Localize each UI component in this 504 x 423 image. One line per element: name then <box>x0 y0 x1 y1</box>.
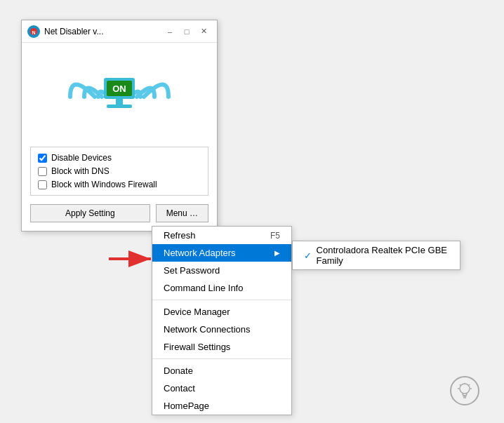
bulb-icon <box>450 376 479 405</box>
main-window: N Net Disabler v... – □ ✕ <box>21 20 218 231</box>
app-icon: N <box>27 25 40 38</box>
menu-item-refresh[interactable]: Refresh F5 <box>152 227 291 244</box>
submenu-network-adapters: ✓ Controladora Realtek PCIe GBE Family <box>292 241 460 270</box>
svg-text:N: N <box>32 30 35 35</box>
disable-devices-row: Disable Devices <box>38 153 201 163</box>
window-title: Net Disabler v... <box>44 27 158 36</box>
menu-button[interactable]: Menu … <box>156 204 208 222</box>
menu-item-firewall-settings[interactable]: Firewall Settings <box>152 338 291 356</box>
menu-item-set-password[interactable]: Set Password <box>152 262 291 279</box>
arrow-indicator <box>109 249 158 269</box>
title-bar: N Net Disabler v... – □ ✕ <box>22 20 217 43</box>
block-dns-row: Block with DNS <box>38 166 201 176</box>
menu-item-donate[interactable]: Donate <box>152 362 291 380</box>
menu-item-command-line-info[interactable]: Command Line Info <box>152 279 291 297</box>
svg-point-10 <box>460 384 470 394</box>
buttons-row: Apply Setting Menu … <box>30 204 208 222</box>
menu-item-device-manager[interactable]: Device Manager <box>152 303 291 321</box>
svg-line-15 <box>469 384 470 386</box>
block-firewall-row: Block with Windows Firewall <box>38 180 201 189</box>
menu-item-network-adapters[interactable]: Network Adapters ▶ <box>152 244 291 262</box>
menu-item-homepage[interactable]: HomePage <box>152 397 291 415</box>
menu-item-network-connections[interactable]: Network Connections <box>152 321 291 338</box>
logo-area: ON <box>30 51 208 147</box>
disable-devices-label: Disable Devices <box>51 153 112 163</box>
apply-setting-button[interactable]: Apply Setting <box>30 204 150 222</box>
block-firewall-label: Block with Windows Firewall <box>51 180 157 189</box>
minimize-button[interactable]: – <box>162 24 178 39</box>
dropdown-menu: Refresh F5 Network Adapters ▶ Set Passwo… <box>152 226 292 415</box>
restore-button[interactable]: □ <box>179 24 194 39</box>
submenu-item-realtek[interactable]: ✓ Controladora Realtek PCIe GBE Family <box>293 241 460 269</box>
separator-1 <box>152 300 291 300</box>
window-controls: – □ ✕ <box>162 24 211 39</box>
svg-line-14 <box>460 384 461 386</box>
options-panel: Disable Devices Block with DNS Block wit… <box>30 147 208 196</box>
close-button[interactable]: ✕ <box>196 24 211 39</box>
separator-2 <box>152 358 291 359</box>
svg-text:ON: ON <box>112 83 126 94</box>
block-firewall-checkbox[interactable] <box>38 180 47 189</box>
wifi-animation: ON <box>63 58 175 135</box>
disable-devices-checkbox[interactable] <box>38 154 47 163</box>
svg-rect-7 <box>107 105 132 108</box>
menu-item-contact[interactable]: Contact <box>152 380 291 397</box>
block-dns-checkbox[interactable] <box>38 167 47 176</box>
svg-rect-6 <box>116 99 123 105</box>
window-body: ON Disable Devices Block with DNS Block … <box>22 43 217 231</box>
block-dns-label: Block with DNS <box>51 166 110 176</box>
check-mark: ✓ <box>304 250 312 261</box>
lightbulb-svg <box>456 382 474 400</box>
